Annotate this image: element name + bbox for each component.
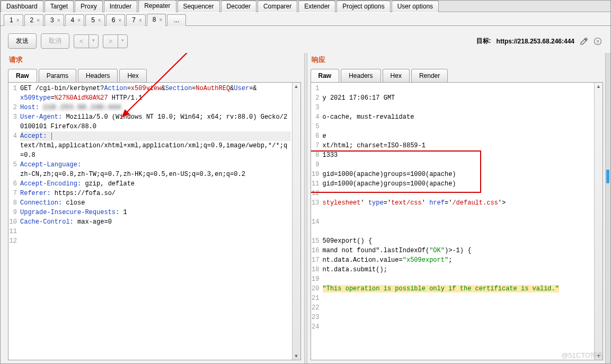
main-tab-intruder[interactable]: Intruder bbox=[104, 1, 137, 12]
forward-arrow-icon[interactable]: > bbox=[103, 34, 118, 48]
close-icon[interactable]: × bbox=[98, 17, 101, 23]
repeater-tab-4[interactable]: 4 × bbox=[65, 14, 85, 26]
main-tab-project-options[interactable]: Project options bbox=[337, 1, 390, 12]
request-title: 请求 bbox=[8, 53, 301, 69]
request-tab-raw[interactable]: Raw bbox=[8, 69, 37, 82]
request-raw[interactable]: GET /cgi-bin/kerbynet?Action=x509view&Se… bbox=[19, 83, 292, 360]
main-tab-user-options[interactable]: User options bbox=[392, 1, 439, 12]
send-button[interactable]: 发送 bbox=[8, 33, 37, 49]
response-editor[interactable]: 12345678910111213 14 1516171819202122232… bbox=[311, 82, 604, 360]
repeater-tab-5[interactable]: 5 × bbox=[85, 14, 105, 26]
back-arrow-icon[interactable]: < bbox=[74, 34, 88, 48]
main-tab-dashboard[interactable]: Dashboard bbox=[1, 1, 43, 12]
main-tab-comparer[interactable]: Comparer bbox=[258, 1, 297, 12]
target-label: 目标: bbox=[476, 37, 491, 46]
close-icon[interactable]: × bbox=[159, 17, 162, 23]
main-tab-bar: DashboardTargetProxyIntruderRepeaterSequ… bbox=[1, 1, 610, 12]
response-tab-render[interactable]: Render bbox=[411, 69, 448, 82]
window-right-edge bbox=[605, 53, 610, 363]
response-pane: 响应 RawHeadersHexRender 12345678910111213… bbox=[307, 53, 611, 363]
main-tab-extender[interactable]: Extender bbox=[298, 1, 335, 12]
main-tab-sequencer[interactable]: Sequencer bbox=[178, 1, 220, 12]
back-drop-icon[interactable]: ▾ bbox=[88, 34, 99, 48]
toolbar: 发送 取消 < ▾ > ▾ 目标: https://218.253.68.246… bbox=[1, 26, 610, 53]
repeater-tab-3[interactable]: 3 × bbox=[45, 14, 64, 26]
repeater-tab-bar: 1 ×2 ×3 ×4 ×5 ×6 ×7 ×8 ×... bbox=[1, 12, 610, 26]
back-button[interactable]: < ▾ bbox=[74, 34, 99, 48]
request-tab-headers[interactable]: Headers bbox=[78, 69, 118, 82]
edit-target-icon[interactable] bbox=[580, 37, 588, 46]
forward-button[interactable]: > ▾ bbox=[103, 34, 128, 48]
response-tab-headers[interactable]: Headers bbox=[341, 69, 380, 82]
text-cursor-icon bbox=[51, 132, 52, 140]
request-tab-hex[interactable]: Hex bbox=[119, 69, 146, 82]
close-icon[interactable]: × bbox=[57, 17, 60, 23]
repeater-tab-8[interactable]: 8 × bbox=[147, 14, 166, 26]
main-tab-target[interactable]: Target bbox=[45, 1, 74, 12]
window-edge-handle-icon bbox=[606, 170, 609, 183]
close-icon[interactable]: × bbox=[77, 17, 81, 23]
request-subtabs: RawParamsHeadersHex bbox=[8, 69, 301, 82]
request-tab-params[interactable]: Params bbox=[39, 69, 76, 82]
close-icon[interactable]: × bbox=[139, 17, 142, 23]
repeater-tab-1[interactable]: 1 × bbox=[4, 14, 23, 26]
repeater-tab-2[interactable]: 2 × bbox=[24, 14, 44, 26]
target-value: https://218.253.68.246:444 bbox=[497, 38, 574, 45]
response-tab-raw[interactable]: Raw bbox=[311, 69, 340, 82]
forward-drop-icon[interactable]: ▾ bbox=[118, 34, 128, 48]
split-panes: 请求 RawParamsHeadersHex 1 23 4 5 67891011… bbox=[1, 53, 610, 363]
response-scrollbar[interactable] bbox=[594, 83, 603, 360]
request-editor[interactable]: 1 23 4 5 6789101112 GET /cgi-bin/kerbyne… bbox=[8, 82, 301, 360]
request-pane: 请求 RawParamsHeadersHex 1 23 4 5 67891011… bbox=[1, 53, 304, 363]
request-scrollbar[interactable] bbox=[292, 83, 300, 360]
response-raw[interactable]: y 2021 17:06:17 GMTo-cache, must-revalid… bbox=[322, 83, 595, 360]
response-gutter: 12345678910111213 14 1516171819202122232… bbox=[311, 83, 322, 360]
main-tab-repeater[interactable]: Repeater bbox=[138, 0, 176, 12]
close-icon[interactable]: × bbox=[118, 17, 121, 23]
response-title: 响应 bbox=[311, 53, 604, 69]
main-tab-decoder[interactable]: Decoder bbox=[221, 1, 256, 12]
request-gutter: 1 23 4 5 6789101112 bbox=[8, 83, 19, 360]
response-tab-hex[interactable]: Hex bbox=[383, 69, 410, 82]
blurred-host: 218.253.68.246:444 bbox=[43, 104, 121, 111]
watermark: @51CTO博客 bbox=[561, 351, 604, 360]
cancel-button[interactable]: 取消 bbox=[41, 33, 69, 49]
more-tabs-button[interactable]: ... bbox=[167, 14, 186, 26]
close-icon[interactable]: × bbox=[37, 17, 40, 23]
repeater-tab-7[interactable]: 7 × bbox=[126, 14, 146, 26]
close-icon[interactable]: × bbox=[16, 17, 20, 23]
target-display: 目标: https://218.253.68.246:444 ? bbox=[476, 37, 602, 46]
main-tab-proxy[interactable]: Proxy bbox=[75, 1, 103, 12]
help-icon[interactable]: ? bbox=[594, 37, 602, 46]
response-subtabs: RawHeadersHexRender bbox=[311, 69, 604, 82]
repeater-tab-6[interactable]: 6 × bbox=[106, 14, 126, 26]
svg-text:?: ? bbox=[596, 39, 599, 44]
